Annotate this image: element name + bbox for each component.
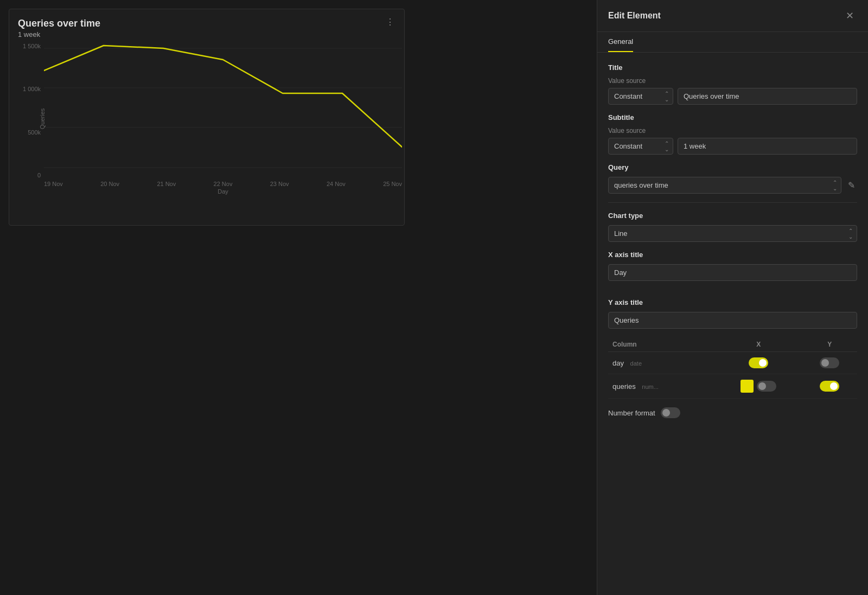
subtitle-source-select-wrapper: Constant (608, 138, 673, 155)
x-axis-title-input[interactable] (608, 264, 857, 281)
table-row: day date (608, 352, 857, 374)
divider-1 (608, 202, 857, 203)
number-format-row: Number format (608, 407, 857, 418)
col-y-day (802, 352, 857, 374)
chart-type-label: Chart type (608, 212, 857, 220)
query-section-label: Query (608, 163, 857, 171)
title-source-select-wrapper: Constant (608, 88, 673, 105)
chart-type-select-wrapper: Line (608, 225, 857, 242)
queries-x-toggle[interactable] (757, 381, 776, 392)
y-tick-1500k: 1 500k (23, 43, 41, 49)
x-label-21nov: 21 Nov (157, 181, 176, 187)
queries-color-swatch[interactable] (741, 380, 754, 393)
number-format-toggle[interactable] (661, 407, 680, 418)
y-axis-title-label: Y axis title (608, 298, 857, 306)
title-section-label: Title (608, 63, 857, 72)
x-label-23nov: 23 Nov (270, 181, 289, 187)
tab-general[interactable]: General (608, 32, 633, 52)
subtitle-source-select[interactable]: Constant (608, 138, 673, 155)
x-label-19nov: 19 Nov (44, 181, 63, 187)
table-row: queries num... (608, 374, 857, 399)
col-x-queries (715, 374, 802, 399)
chart-panel: ⋮ Queries over time 1 week 1 500k 1 000k… (0, 0, 597, 595)
col-name-queries: queries num... (608, 374, 715, 399)
title-source-select[interactable]: Constant (608, 88, 673, 105)
x-label-25nov: 25 Nov (383, 181, 402, 187)
day-x-toggle[interactable] (749, 357, 768, 368)
col-x-day (715, 352, 802, 374)
query-row: queries over time ✎ (608, 177, 857, 194)
y-tick-0: 0 (37, 172, 41, 178)
day-y-toggle[interactable] (820, 357, 839, 368)
tabs-bar: General (597, 32, 868, 53)
title-value-input[interactable] (678, 88, 857, 105)
x-label-24nov: 24 Nov (327, 181, 346, 187)
col-header-column: Column (608, 337, 715, 352)
columns-table: Column X Y day date (608, 337, 857, 399)
x-label-22nov: 22 Nov (214, 181, 233, 187)
y-tick-500k: 500k (28, 129, 41, 136)
number-format-label: Number format (608, 409, 655, 417)
col-name-day: day date (608, 352, 715, 374)
query-edit-button[interactable]: ✎ (846, 178, 857, 193)
query-select[interactable]: queries over time (608, 177, 841, 194)
chart-title: Queries over time (18, 18, 395, 29)
close-button[interactable]: ✕ (843, 9, 857, 23)
chart-subtitle: 1 week (18, 30, 395, 39)
chart-container: ⋮ Queries over time 1 week 1 500k 1 000k… (9, 9, 405, 226)
col-header-x: X (715, 337, 802, 352)
chart-svg (44, 43, 402, 178)
col-y-queries (802, 374, 857, 399)
col-header-y: Y (802, 337, 857, 352)
edit-panel-header: Edit Element ✕ (597, 0, 868, 32)
edit-content: Title Value source Constant Subtitle Val… (597, 53, 868, 429)
subtitle-value-input[interactable] (678, 138, 857, 155)
queries-y-toggle[interactable] (820, 381, 839, 392)
title-input-row: Constant (608, 88, 857, 105)
col-type-queries: num... (642, 383, 659, 390)
y-axis-title-input[interactable] (608, 312, 857, 329)
y-axis-label: Queries (39, 108, 46, 130)
x-label-20nov: 20 Nov (100, 181, 119, 187)
y-tick-1000k: 1 000k (23, 86, 41, 92)
chart-menu-button[interactable]: ⋮ (382, 16, 398, 28)
subtitle-value-source-label: Value source (608, 127, 857, 135)
x-axis-title: Day (44, 188, 402, 195)
edit-panel: Edit Element ✕ General Title Value sourc… (597, 0, 868, 595)
subtitle-input-row: Constant (608, 138, 857, 155)
edit-panel-title: Edit Element (608, 11, 661, 21)
subtitle-section-label: Subtitle (608, 113, 857, 121)
col-type-day: date (630, 360, 642, 367)
title-value-source-label: Value source (608, 77, 857, 85)
chart-type-select[interactable]: Line (608, 225, 857, 242)
x-axis-title-label: X axis title (608, 251, 857, 259)
query-select-wrapper: queries over time (608, 177, 841, 194)
